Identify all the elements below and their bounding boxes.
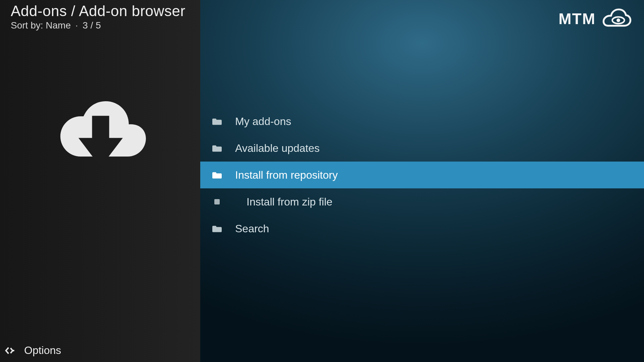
- svg-point-2: [616, 18, 620, 22]
- list-item-label: Install from zip file: [247, 196, 332, 208]
- header-subtitle: Sort by: Name · 3 / 5: [11, 20, 185, 31]
- cloud-download-icon: [50, 82, 151, 183]
- main-panel: MTM My add-ons Available up: [200, 0, 644, 362]
- separator-dot: ·: [73, 20, 80, 31]
- folder-icon: [212, 171, 222, 179]
- list-item-available-updates[interactable]: Available updates: [200, 135, 644, 162]
- folder-icon: [212, 144, 222, 152]
- list-item-label: My add-ons: [235, 115, 291, 128]
- side-panel: Add-ons / Add-on browser Sort by: Name ·…: [0, 0, 200, 362]
- options-button[interactable]: Options: [4, 344, 61, 357]
- options-label: Options: [24, 344, 61, 357]
- watermark: MTM: [558, 8, 632, 29]
- list-item-label: Available updates: [235, 142, 320, 155]
- options-icon: [4, 345, 16, 357]
- file-icon: [214, 199, 220, 204]
- list-item-search[interactable]: Search: [200, 215, 644, 242]
- app-root: Add-ons / Add-on browser Sort by: Name ·…: [0, 0, 644, 362]
- folder-icon: [212, 118, 222, 125]
- watermark-text: MTM: [558, 10, 596, 28]
- folder-icon: [212, 225, 222, 232]
- list-item-label: Search: [235, 223, 269, 235]
- list-item-label: Install from repository: [235, 169, 338, 181]
- header: Add-ons / Add-on browser Sort by: Name ·…: [11, 3, 185, 31]
- list-item-my-addons[interactable]: My add-ons: [200, 108, 644, 135]
- sort-value: Name: [46, 20, 71, 31]
- addon-list: My add-ons Available updates Install fro…: [200, 108, 644, 242]
- sort-label: Sort by:: [11, 20, 43, 31]
- list-position: 3 / 5: [83, 20, 101, 31]
- cloud-eye-icon: [602, 8, 632, 29]
- breadcrumb: Add-ons / Add-on browser: [11, 3, 185, 19]
- list-item-install-from-repository[interactable]: Install from repository: [200, 162, 644, 188]
- svg-point-0: [13, 350, 14, 351]
- list-item-install-from-zip[interactable]: Install from zip file: [200, 188, 644, 215]
